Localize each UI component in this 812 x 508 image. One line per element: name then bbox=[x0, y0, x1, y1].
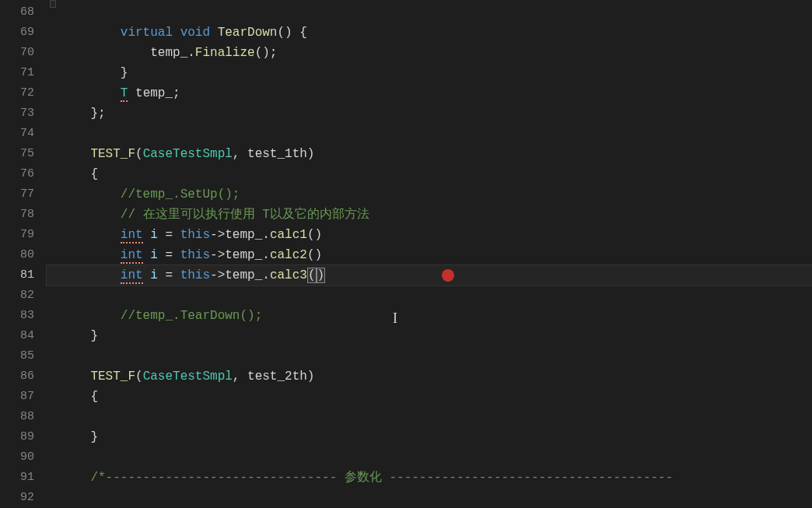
code-line[interactable]: //temp_.TearDown();I bbox=[47, 306, 812, 326]
code-token: -> bbox=[210, 248, 225, 262]
code-line[interactable] bbox=[47, 2, 812, 23]
code-line[interactable]: //temp_.SetUp(); bbox=[47, 184, 812, 205]
code-token bbox=[173, 26, 180, 40]
code-token: temp_ bbox=[225, 228, 262, 242]
code-token: temp_ bbox=[135, 86, 173, 100]
code-token: () bbox=[307, 228, 322, 242]
code-token: ; bbox=[173, 86, 180, 100]
line-number: 89 bbox=[0, 427, 47, 447]
code-token: -> bbox=[210, 228, 225, 242]
code-line[interactable]: virtual void TearDown() { bbox=[47, 23, 812, 43]
code-token: . bbox=[262, 228, 270, 242]
code-token: calc2 bbox=[270, 248, 307, 262]
code-line[interactable] bbox=[47, 447, 812, 468]
code-line[interactable]: { bbox=[47, 164, 812, 184]
code-token: CaseTestSmpl bbox=[143, 370, 233, 384]
line-number: 81 bbox=[0, 265, 47, 286]
line-number: 79 bbox=[0, 225, 47, 245]
code-line[interactable] bbox=[47, 488, 812, 508]
code-line[interactable] bbox=[47, 407, 812, 427]
code-token: (); bbox=[255, 46, 278, 60]
code-line[interactable]: // 在这里可以执行使用 T以及它的内部方法 bbox=[47, 205, 812, 225]
code-line[interactable]: int i = this->temp_.calc2() bbox=[47, 245, 812, 265]
line-number: 75 bbox=[0, 144, 47, 164]
line-number-gutter: 6869707172737475767778798081828384858687… bbox=[0, 0, 47, 508]
code-token: { bbox=[61, 390, 98, 404]
code-token bbox=[128, 86, 135, 100]
code-line[interactable]: int i = this->temp_.calc3() bbox=[47, 265, 812, 286]
code-line[interactable]: } bbox=[47, 63, 812, 83]
code-line[interactable]: T temp_; bbox=[47, 83, 812, 103]
code-line[interactable] bbox=[47, 124, 812, 144]
code-token: this bbox=[180, 228, 210, 242]
code-token bbox=[210, 26, 218, 40]
code-token: //temp_.SetUp(); bbox=[121, 187, 240, 201]
code-token: ) bbox=[307, 147, 315, 161]
line-number: 82 bbox=[0, 286, 47, 306]
code-line[interactable]: TEST_F(CaseTestSmpl, test_1th) bbox=[47, 144, 812, 164]
code-token: i bbox=[150, 248, 158, 262]
line-number: 87 bbox=[0, 387, 47, 407]
code-token: TearDown bbox=[218, 26, 278, 40]
code-token: () bbox=[307, 248, 322, 262]
code-token: temp_ bbox=[225, 248, 262, 262]
line-number: 71 bbox=[0, 63, 47, 83]
code-token: CaseTestSmpl bbox=[143, 147, 233, 161]
code-token: . bbox=[262, 248, 270, 262]
code-token: TEST_F bbox=[90, 147, 135, 161]
code-editor[interactable]: 6869707172737475767778798081828384858687… bbox=[0, 0, 812, 508]
code-token bbox=[61, 86, 121, 100]
code-token bbox=[61, 187, 121, 201]
line-number: 80 bbox=[0, 245, 47, 265]
code-line[interactable]: TEST_F(CaseTestSmpl, test_2th) bbox=[47, 366, 812, 387]
code-token: = bbox=[158, 248, 180, 262]
code-content-area[interactable]: virtual void TearDown() { temp_.Finalize… bbox=[47, 0, 812, 508]
code-token: } bbox=[61, 430, 98, 444]
code-line[interactable]: int i = this->temp_.calc1() bbox=[47, 225, 812, 245]
code-line[interactable] bbox=[47, 346, 812, 366]
line-number: 76 bbox=[0, 164, 47, 184]
code-token: . bbox=[262, 268, 270, 282]
code-line[interactable]: temp_.Finalize(); bbox=[47, 43, 812, 63]
code-token: int bbox=[121, 268, 143, 284]
code-token: }; bbox=[61, 107, 106, 121]
code-token: } bbox=[61, 329, 98, 343]
code-token: { bbox=[61, 167, 98, 181]
code-token bbox=[61, 26, 121, 40]
code-token: ( bbox=[135, 370, 143, 384]
code-token: int bbox=[121, 228, 143, 243]
line-number: 85 bbox=[0, 346, 47, 366]
code-line[interactable]: } bbox=[47, 427, 812, 447]
code-token: this bbox=[180, 268, 210, 282]
line-number: 72 bbox=[0, 83, 47, 103]
code-token: , bbox=[233, 370, 247, 384]
code-token: int bbox=[121, 248, 143, 264]
line-number: 83 bbox=[0, 306, 47, 326]
code-token: TEST_F bbox=[90, 370, 135, 384]
code-token: void bbox=[180, 26, 210, 40]
code-line[interactable]: { bbox=[47, 387, 812, 407]
code-line[interactable]: /*------------------------------- 参数化 --… bbox=[47, 468, 812, 488]
code-line[interactable]: }; bbox=[47, 103, 812, 124]
code-token bbox=[61, 147, 90, 161]
code-token: test_1th bbox=[247, 147, 307, 161]
line-number: 70 bbox=[0, 43, 47, 63]
code-token: -> bbox=[210, 268, 225, 282]
code-line[interactable]: } bbox=[47, 326, 812, 346]
line-number: 74 bbox=[0, 124, 47, 144]
line-number: 92 bbox=[0, 488, 47, 508]
code-token: temp_ bbox=[150, 46, 187, 60]
code-token bbox=[143, 228, 151, 242]
code-token: temp_ bbox=[225, 268, 262, 282]
code-token: = bbox=[158, 228, 180, 242]
code-token: // 在这里可以执行使用 T以及它的内部方法 bbox=[121, 208, 369, 222]
code-token: calc1 bbox=[270, 228, 307, 242]
code-token bbox=[61, 46, 150, 60]
code-token: . bbox=[187, 46, 195, 60]
code-token: /*------------------------------- 参数化 --… bbox=[90, 471, 673, 485]
code-token: ) bbox=[307, 370, 315, 384]
code-line[interactable] bbox=[47, 286, 812, 306]
code-token: //temp_.TearDown(); bbox=[121, 309, 262, 323]
code-token: this bbox=[180, 248, 210, 262]
code-token: virtual bbox=[121, 26, 173, 40]
